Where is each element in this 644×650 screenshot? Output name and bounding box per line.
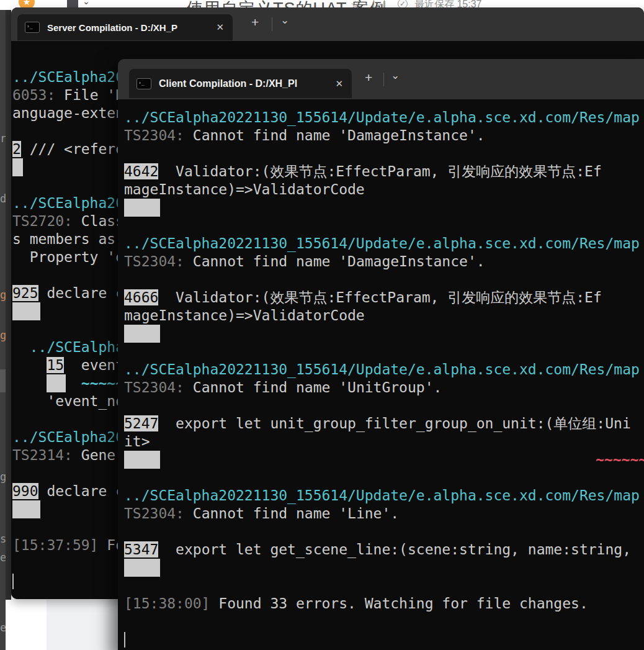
- terminal-segment-path: ../SCEalpha20221130_155614/Update/e.alph…: [124, 487, 640, 503]
- terminal-segment-text: Found 33 errors. Watching for file chang…: [210, 595, 588, 612]
- terminal-segment-path: ../SCEalpha: [12, 339, 124, 355]
- tab-dropdown-icon[interactable]: ⌄: [391, 69, 400, 82]
- terminal-segment-num: 990: [12, 483, 38, 499]
- editor-text-fragment: r: [0, 132, 6, 145]
- terminal-segment-text: Cannot find name 'Line'.: [184, 505, 399, 521]
- terminal-segment-text: [12, 375, 81, 391]
- terminal-line: TS2314: Gener: [12, 446, 124, 464]
- terminal-segment-text: Validator:(效果节点:EffectParam, 引发响应的效果节点:E…: [158, 289, 601, 305]
- terminal-segment-path: ../SCEalpha20: [12, 69, 124, 85]
- tab-client-compilation[interactable]: ›_ Client Compilation - D:/XH_Pl ✕: [129, 69, 352, 98]
- terminal-line: ../SCEalpha20: [12, 194, 124, 212]
- document-margin-background: [47, 600, 118, 650]
- editor-text-fragment: el: [0, 551, 6, 564]
- editor-text-fragment: g: [0, 471, 6, 483]
- terminal-segment-text: Validator:(效果节点:EffectParam, 引发响应的效果节点:E…: [158, 163, 601, 179]
- terminal-segment-code: [15:37:59]: [12, 537, 98, 553]
- terminal-line: mageInstance)=>ValidatorCode: [124, 181, 365, 199]
- background-editor-text-fragments: rdgggsele: [0, 8, 6, 650]
- terminal-segment-path: ../SCEalpha20221130_155614/Update/e.alph…: [124, 109, 640, 125]
- terminal-segment-text: File 'D: [55, 87, 124, 103]
- terminal-line: TS2720: Class: [12, 212, 124, 230]
- terminal-segment-text: mageInstance)=>ValidatorCode: [124, 181, 365, 197]
- terminal-icon: ›_: [136, 78, 151, 89]
- terminal-segment-code: TS2304:: [124, 127, 184, 143]
- terminal-segment-path: ../SCEalpha20221130_155614/Update/e.alph…: [124, 361, 640, 377]
- terminal-segment-code: TS2304:: [124, 379, 184, 395]
- terminal-segment-code: TS2304:: [124, 505, 184, 521]
- terminal-line: 'event_no: [12, 392, 124, 410]
- tab-dropdown-icon[interactable]: ⌄: [280, 14, 289, 27]
- terminal-line: TS2304: Cannot find name 'Line'.: [124, 505, 399, 523]
- terminal-line: TS2304: Cannot find name 'DamageInstance…: [124, 127, 485, 145]
- terminal-line: Property 'e: [12, 248, 124, 266]
- terminal-segment-code: 6053:: [12, 87, 55, 103]
- gutter-highlight-block: [124, 451, 160, 469]
- new-tab-button[interactable]: +: [365, 70, 372, 85]
- terminal-line: ../SCEalpha20221130_155614/Update/e.alph…: [124, 109, 640, 127]
- terminal-line: TS2304: Cannot find name 'UnitGroup'.: [124, 379, 442, 397]
- terminal-line: 5347 export let get_scene_line:(scene:st…: [124, 541, 640, 559]
- gutter-highlight-block: [12, 500, 40, 518]
- terminal-line: 4642 Validator:(效果节点:EffectParam, 引发响应的效…: [124, 163, 602, 181]
- editor-text-fragment: e: [0, 621, 6, 634]
- client-compilation-window: ›_ Client Compilation - D:/XH_Pl ✕ + ⌄ .…: [118, 59, 644, 650]
- terminal-segment-text: mageInstance)=>ValidatorCode: [124, 307, 365, 323]
- terminal-segment-num: 4642: [124, 163, 158, 179]
- tab-title: Client Compilation - D:/XH_Pl: [159, 78, 330, 89]
- terminal-line: ../SCEalpha20221130_155614/Update/e.alph…: [124, 487, 640, 505]
- terminal-line: 990 declare c: [12, 482, 124, 500]
- terminal-segment-path: ../SCEalpha20221130_155614/Update/e.alph…: [124, 235, 640, 251]
- terminal-segment-text: Cannot find name 'UnitGroup'.: [184, 379, 442, 395]
- terminal-segment-path: ../SCEalpha20: [12, 429, 124, 445]
- terminal-cursor: [124, 632, 125, 648]
- new-tab-button[interactable]: +: [251, 15, 259, 30]
- toolbar-chevron-icon[interactable]: ⌄: [83, 0, 90, 6]
- document-page-background: [6, 600, 47, 650]
- tab-title: Server Compilation - D:/XH_P: [47, 22, 211, 33]
- terminal-line: mageInstance)=>ValidatorCode: [124, 307, 365, 325]
- terminal-line: 6053: File 'D: [12, 86, 124, 104]
- terminal-segment-code: TS2720:: [12, 213, 73, 229]
- terminal-line: ../SCEalpha20221130_155614/Update/e.alph…: [124, 361, 640, 379]
- terminal-segment-text: Property 'e: [12, 249, 124, 265]
- client-tab-bar: ›_ Client Compilation - D:/XH_Pl ✕ + ⌄: [118, 59, 644, 99]
- terminal-line: 4666 Validator:(效果节点:EffectParam, 引发响应的效…: [124, 289, 602, 307]
- terminal-segment-text: it>: [124, 433, 150, 449]
- editor-text-fragment: g: [0, 289, 6, 301]
- terminal-segment-code: [15:38:00]: [124, 595, 210, 612]
- editor-text-fragment: d: [0, 192, 6, 205]
- terminal-segment-text: declare c: [38, 285, 124, 301]
- terminal-segment-num: 5347: [124, 541, 158, 557]
- gutter-highlight-block: [12, 158, 23, 176]
- terminal-line: TS2304: Cannot find name 'DamageInstance…: [124, 253, 485, 271]
- terminal-line: it>: [124, 433, 150, 451]
- terminal-segment-text: 'event_no: [12, 393, 124, 409]
- terminal-segment-num: 925: [12, 285, 38, 301]
- tab-server-compilation[interactable]: ›_ Server Compilation - D:/XH_P ✕: [17, 14, 233, 40]
- terminal-segment-text: anguage-exten: [12, 105, 124, 121]
- terminal-segment-text: /// <refere: [21, 141, 124, 157]
- terminal-segment-text: declare c: [38, 483, 124, 499]
- tabbar-divider: [272, 17, 272, 31]
- terminal-segment-text: export let get_scene_line:(scene:string,…: [158, 541, 639, 557]
- terminal-line: s members as: [12, 230, 124, 248]
- close-tab-icon[interactable]: ✕: [216, 22, 224, 33]
- terminal-segment-sq-red: ~~~~~~~: [596, 451, 644, 467]
- terminal-cursor: [12, 574, 14, 589]
- terminal-segment-num: 15: [47, 357, 64, 373]
- client-terminal-output[interactable]: ../SCEalpha20221130_155614/Update/e.alph…: [118, 99, 644, 650]
- terminal-line: [15:38:00] Found 33 errors. Watching for…: [124, 595, 588, 613]
- gutter-highlight-block: [124, 199, 160, 217]
- tabbar-divider: [383, 73, 384, 86]
- close-tab-icon[interactable]: ✕: [335, 78, 343, 89]
- gutter-highlight-block: [12, 302, 40, 320]
- terminal-segment-code: TS2314:: [12, 447, 73, 463]
- editor-text-fragment: s: [0, 533, 6, 545]
- terminal-line: ../SCEalpha: [12, 338, 124, 356]
- terminal-segment-text: s members as: [12, 231, 124, 247]
- terminal-segment-num: 2: [12, 141, 21, 157]
- terminal-segment-text: Cannot find name 'DamageInstance'.: [184, 253, 485, 269]
- terminal-segment-text: export let unit_group_filter_group_on_un…: [158, 415, 630, 431]
- terminal-line: 925 declare c: [12, 284, 124, 302]
